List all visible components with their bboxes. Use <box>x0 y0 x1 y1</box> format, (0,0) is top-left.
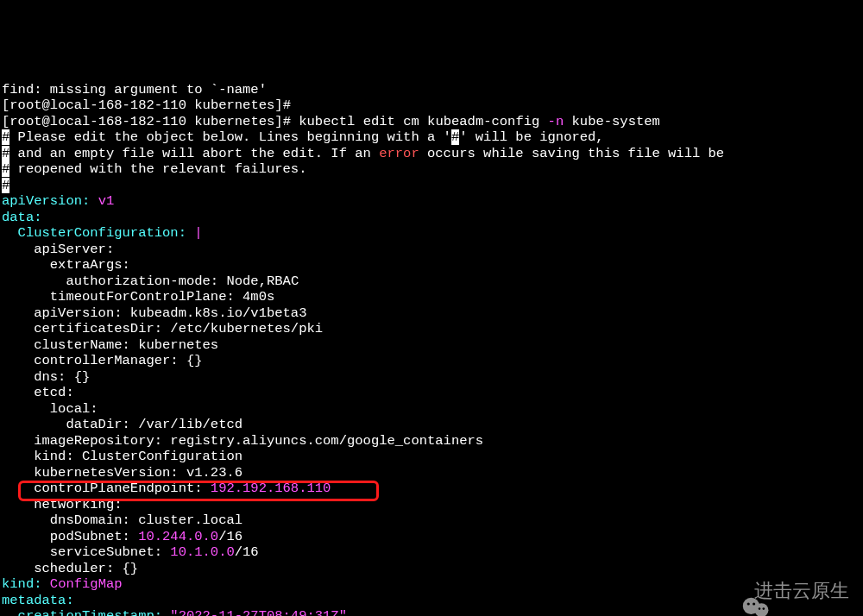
yaml-line: extraArgs: <box>2 257 130 273</box>
control-plane-endpoint-value: 192.192.168.110 <box>211 481 331 496</box>
yaml-line: dnsDomain: cluster.local <box>2 512 243 528</box>
yaml-value: ConfigMap <box>50 576 123 592</box>
yaml-line: dataDir: /var/lib/etcd <box>2 417 243 432</box>
yaml-value: v1 <box>98 193 115 209</box>
prompt-line: [root@local-168-182-110 kubernetes]# <box>2 97 291 113</box>
prompt-line-fragment: find: missing argument to `-name' <box>2 82 267 97</box>
wechat-icon <box>721 580 749 602</box>
hash-highlighted: # <box>2 178 9 193</box>
yaml-line: kubernetesVersion: v1.23.6 <box>2 465 243 481</box>
yaml-key: kind: <box>2 576 42 592</box>
comment-line: Please edit the object below. Lines begi… <box>9 129 451 145</box>
command-arg: kube-system <box>572 114 660 129</box>
yaml-key: data: <box>2 210 42 225</box>
yaml-line: clusterName: kubernetes <box>2 337 218 353</box>
error-word: error <box>379 146 419 161</box>
hash-highlighted: # <box>2 129 9 145</box>
yaml-line: etcd: <box>2 385 74 400</box>
yaml-line: creationTimestamp: "2022-11-27T08:49:31Z… <box>2 608 347 616</box>
watermark: 进击云原生 <box>721 580 849 602</box>
hash-highlighted: # <box>2 146 9 161</box>
yaml-line: apiVersion: kubeadm.k8s.io/v1beta3 <box>2 305 306 321</box>
command-flag: -n <box>548 114 564 129</box>
comment-line: and an empty file will abort the edit. I… <box>9 146 379 161</box>
yaml-key: apiVersion: <box>2 193 90 209</box>
svg-point-5 <box>763 607 765 610</box>
svg-point-4 <box>759 607 761 610</box>
yaml-key: metadata: <box>2 593 74 608</box>
yaml-key: ClusterConfiguration: <box>2 225 186 241</box>
yaml-line: podSubnet: 10.244.0.0/16 <box>2 529 243 544</box>
hash-highlighted: # <box>2 161 9 177</box>
yaml-line: scheduler: {} <box>2 561 138 576</box>
yaml-line: dns: {} <box>2 369 90 385</box>
comment-line: reopened with the relevant failures. <box>9 161 306 177</box>
svg-point-3 <box>753 602 755 605</box>
yaml-line: certificatesDir: /etc/kubernetes/pki <box>2 321 323 336</box>
command: kubectl edit cm kubeadm-config <box>299 114 539 129</box>
yaml-line: networking: <box>2 497 123 512</box>
yaml-line-highlighted: controlPlaneEndpoint: 192.192.168.110 <box>2 481 331 496</box>
yaml-line: kind: ClusterConfiguration <box>2 449 243 464</box>
prompt-line: [root@local-168-182-110 kubernetes]# kub… <box>2 114 660 129</box>
yaml-line: authorization-mode: Node,RBAC <box>2 273 299 289</box>
yaml-line: apiServer: <box>2 242 114 257</box>
yaml-line: imageRepository: registry.aliyuncs.com/g… <box>2 433 483 449</box>
yaml-line: timeoutForControlPlane: 4m0s <box>2 289 274 305</box>
yaml-line: local: <box>2 401 98 417</box>
yaml-line: serviceSubnet: 10.1.0.0/16 <box>2 544 259 560</box>
terminal-output[interactable]: find: missing argument to `-name' [root@… <box>2 66 861 616</box>
svg-point-1 <box>755 603 769 616</box>
svg-point-2 <box>747 602 750 605</box>
yaml-line: controllerManager: {} <box>2 353 203 368</box>
